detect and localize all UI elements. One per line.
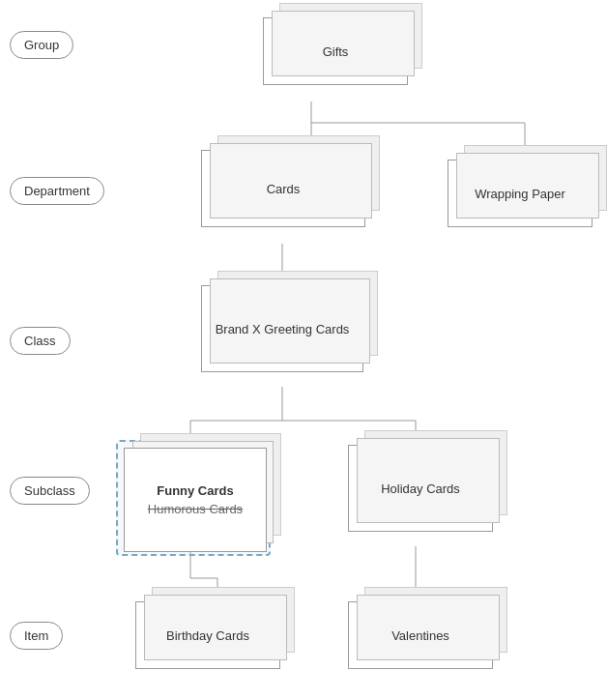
brand-greeting-box[interactable]: Brand X Greeting Cards bbox=[201, 285, 363, 372]
funny-cards-label: Funny Cards Humorous Cards bbox=[125, 449, 266, 551]
cards-label: Cards bbox=[202, 151, 364, 226]
funny-cards-selected: Funny Cards Humorous Cards bbox=[116, 440, 271, 556]
cards-box[interactable]: Cards bbox=[201, 150, 365, 227]
class-label: Class bbox=[10, 327, 71, 355]
canvas: Group Department Class Subclass Item Gif… bbox=[0, 0, 607, 700]
valentines-label: Valentines bbox=[349, 602, 492, 668]
gifts-label: Gifts bbox=[264, 18, 407, 84]
funny-cards-box[interactable]: Funny Cards Humorous Cards bbox=[124, 448, 267, 552]
birthday-cards-label: Birthday Cards bbox=[136, 602, 279, 668]
wrapping-paper-box[interactable]: Wrapping Paper bbox=[448, 160, 593, 227]
item-label: Item bbox=[10, 622, 63, 650]
gifts-box[interactable]: Gifts bbox=[263, 17, 408, 85]
department-label: Department bbox=[10, 177, 104, 205]
valentines-box[interactable]: Valentines bbox=[348, 601, 493, 669]
subclass-label: Subclass bbox=[10, 477, 90, 505]
brand-greeting-label: Brand X Greeting Cards bbox=[202, 286, 362, 371]
holiday-cards-label: Holiday Cards bbox=[349, 446, 492, 531]
birthday-cards-box[interactable]: Birthday Cards bbox=[135, 601, 280, 669]
holiday-cards-box[interactable]: Holiday Cards bbox=[348, 445, 493, 532]
group-label: Group bbox=[10, 31, 73, 59]
wrapping-paper-label: Wrapping Paper bbox=[448, 160, 592, 226]
